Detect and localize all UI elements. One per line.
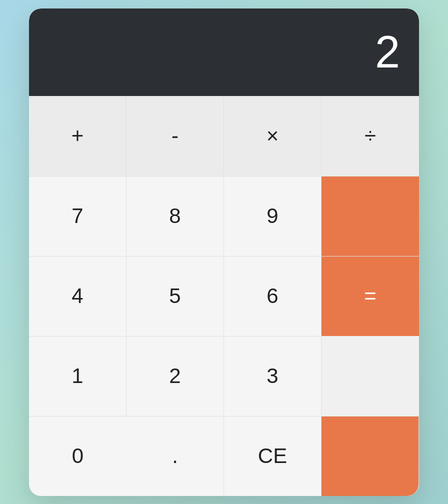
two-button[interactable]: 2 bbox=[126, 336, 224, 416]
eight-button[interactable]: 8 bbox=[126, 176, 224, 256]
six-button[interactable]: 6 bbox=[224, 256, 322, 336]
clear-entry-button[interactable]: CE bbox=[224, 416, 322, 496]
five-button[interactable]: 5 bbox=[126, 256, 224, 336]
one-button[interactable]: 1 bbox=[29, 336, 126, 416]
seven-button[interactable]: 7 bbox=[29, 176, 126, 256]
orange-top-button bbox=[322, 176, 419, 256]
multiply-button[interactable]: × bbox=[224, 96, 322, 176]
calculator: 2 + - × ÷ 7 8 9 4 5 6 = 1 2 3 0 . CE bbox=[29, 8, 419, 496]
equals-button[interactable]: = bbox=[322, 256, 419, 336]
subtract-button[interactable]: - bbox=[126, 96, 224, 176]
display-value: 2 bbox=[375, 26, 399, 78]
three-button[interactable]: 3 bbox=[224, 336, 322, 416]
zero-button[interactable]: 0 bbox=[29, 416, 126, 496]
orange-bottom-button bbox=[322, 416, 419, 496]
nine-button[interactable]: 9 bbox=[224, 176, 322, 256]
button-grid: + - × ÷ 7 8 9 4 5 6 = 1 2 3 0 . CE bbox=[29, 96, 419, 496]
add-button[interactable]: + bbox=[29, 96, 126, 176]
display: 2 bbox=[29, 8, 419, 96]
decimal-button[interactable]: . bbox=[126, 416, 224, 496]
divide-button[interactable]: ÷ bbox=[322, 96, 419, 176]
four-button[interactable]: 4 bbox=[29, 256, 126, 336]
